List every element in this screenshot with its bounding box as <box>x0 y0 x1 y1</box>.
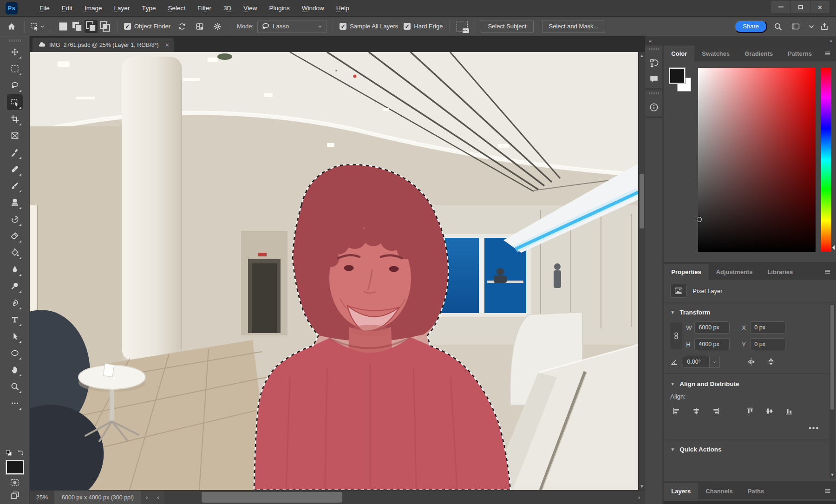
tab-properties[interactable]: Properties <box>664 264 708 280</box>
dodge-tool[interactable] <box>7 278 23 294</box>
toolbar-grip[interactable] <box>9 39 21 42</box>
menu-type[interactable]: Type <box>136 0 162 16</box>
type-tool[interactable] <box>7 312 23 327</box>
tab-patterns[interactable]: Patterns <box>780 46 819 61</box>
tab-color[interactable]: Color <box>664 46 694 61</box>
share-button[interactable]: Share <box>734 20 767 33</box>
menu-plugins[interactable]: Plugins <box>263 0 296 16</box>
object-selection-tool[interactable] <box>7 94 23 110</box>
align-distribute-header[interactable]: ▼ Align and Distribute <box>670 379 829 392</box>
menu-select[interactable]: Select <box>162 0 191 16</box>
tab-layers[interactable]: Layers <box>664 483 698 499</box>
swap-colors-icon[interactable] <box>17 449 25 457</box>
panel-grip[interactable] <box>649 92 659 94</box>
document-tab[interactable]: IMG_2761.psdc @ 25% (Layer 1, RGB/8*) × <box>33 38 174 52</box>
tab-swatches[interactable]: Swatches <box>694 46 737 61</box>
menu-file[interactable]: File <box>33 0 56 16</box>
rotation-angle-combo[interactable]: 0.00° <box>683 356 720 368</box>
y-field[interactable]: 0 px <box>750 338 785 350</box>
panel-menu-icon[interactable] <box>819 483 836 499</box>
menu-layer[interactable]: Layer <box>108 0 136 16</box>
path-selection-tool[interactable] <box>7 328 23 344</box>
eraser-tool[interactable] <box>7 228 23 244</box>
workspace-chevron-button[interactable] <box>806 20 814 33</box>
menu-help[interactable]: Help <box>330 0 355 16</box>
new-selection-button[interactable] <box>57 20 70 33</box>
info-panel-icon[interactable] <box>649 103 659 112</box>
export-share-button[interactable] <box>817 20 831 33</box>
feedback-button[interactable]: ••• <box>455 20 469 33</box>
foreground-color-swatch[interactable] <box>6 460 24 474</box>
history-panel-icon[interactable] <box>649 59 659 68</box>
vertical-scrollbar-thumb[interactable] <box>640 174 644 229</box>
quick-mask-button[interactable] <box>10 478 20 487</box>
status-next-icon[interactable]: › <box>141 494 152 501</box>
flip-horizontal-button[interactable] <box>746 356 757 367</box>
clone-stamp-tool[interactable] <box>7 195 23 210</box>
refresh-object-finder-button[interactable] <box>175 20 189 33</box>
align-vertical-centers-button[interactable] <box>763 405 776 418</box>
color-cursor-icon[interactable] <box>697 217 702 222</box>
panel-menu-icon[interactable] <box>819 46 836 61</box>
scroll-down-icon[interactable]: ▼ <box>829 471 835 478</box>
default-colors-icon[interactable] <box>5 449 13 457</box>
tab-channels[interactable]: Channels <box>698 483 740 499</box>
hand-tool[interactable] <box>7 362 23 378</box>
select-subject-button[interactable]: Select Subject <box>481 20 533 33</box>
tab-libraries[interactable]: Libraries <box>760 264 800 280</box>
quick-actions-header[interactable]: ▼ Quick Actions <box>670 444 829 458</box>
menu-edit[interactable]: Edit <box>56 0 78 16</box>
move-tool[interactable] <box>7 44 23 60</box>
frame-tool[interactable] <box>7 128 23 144</box>
horizontal-scrollbar-thumb[interactable] <box>202 492 342 503</box>
align-horizontal-centers-button[interactable] <box>690 405 703 418</box>
x-field[interactable]: 0 px <box>750 321 785 334</box>
rectangular-marquee-tool[interactable] <box>7 61 23 77</box>
blur-tool[interactable] <box>7 262 23 277</box>
document-close-icon[interactable]: × <box>165 41 169 49</box>
width-field[interactable]: 6000 px <box>694 321 730 334</box>
zoom-level-field[interactable]: 25% <box>30 491 54 504</box>
align-bottom-edges-button[interactable] <box>783 405 796 418</box>
collapse-panels-icon[interactable]: « <box>649 38 652 44</box>
scroll-down-icon[interactable]: ▼ <box>640 483 644 490</box>
scroll-up-icon[interactable]: ▲ <box>640 52 644 59</box>
transform-header[interactable]: ▼ Transform <box>670 307 829 321</box>
properties-scrollbar[interactable]: ▼ <box>829 304 835 478</box>
select-and-mask-button[interactable]: Select and Mask... <box>542 20 606 33</box>
history-brush-tool[interactable] <box>7 211 23 227</box>
menu-window[interactable]: Window <box>296 0 330 16</box>
add-to-selection-button[interactable] <box>71 20 84 33</box>
eyedropper-tool[interactable] <box>7 144 23 160</box>
object-finder-settings-button[interactable] <box>210 20 224 33</box>
workspace-button[interactable] <box>789 20 803 33</box>
menu-view[interactable]: View <box>237 0 263 16</box>
tab-adjustments[interactable]: Adjustments <box>709 264 760 280</box>
subtract-from-selection-button[interactable] <box>85 20 98 33</box>
minimize-button[interactable] <box>771 1 790 13</box>
mode-dropdown[interactable]: Lasso <box>257 20 327 33</box>
menu-filter[interactable]: Filter <box>191 0 217 16</box>
paint-bucket-tool[interactable] <box>7 245 23 261</box>
saturation-brightness-field[interactable] <box>698 68 816 252</box>
pen-tool[interactable] <box>7 295 23 311</box>
lasso-tool[interactable] <box>7 78 23 93</box>
close-button[interactable]: × <box>810 1 829 13</box>
sample-all-layers-toggle[interactable]: ✓ Sample All Layers <box>339 23 399 30</box>
link-dimensions-button[interactable] <box>670 322 682 349</box>
status-prev-icon[interactable]: ‹ <box>152 494 163 501</box>
maximize-button[interactable] <box>790 1 810 13</box>
horizontal-scrollbar[interactable] <box>164 491 633 504</box>
more-options-button[interactable]: ••• <box>670 419 829 433</box>
hue-slider[interactable] <box>821 68 831 252</box>
foreground-color-swatch[interactable] <box>669 68 685 84</box>
height-field[interactable]: 4000 px <box>694 338 730 350</box>
intersect-with-selection-button[interactable] <box>98 20 111 33</box>
properties-scrollbar-thumb[interactable] <box>830 305 834 410</box>
tab-paths[interactable]: Paths <box>740 483 771 499</box>
menu-3d[interactable]: 3D <box>217 0 237 16</box>
crop-tool[interactable] <box>7 111 23 127</box>
flip-vertical-button[interactable] <box>765 356 777 367</box>
align-right-edges-button[interactable] <box>709 405 722 418</box>
screen-mode-button[interactable] <box>10 491 20 500</box>
